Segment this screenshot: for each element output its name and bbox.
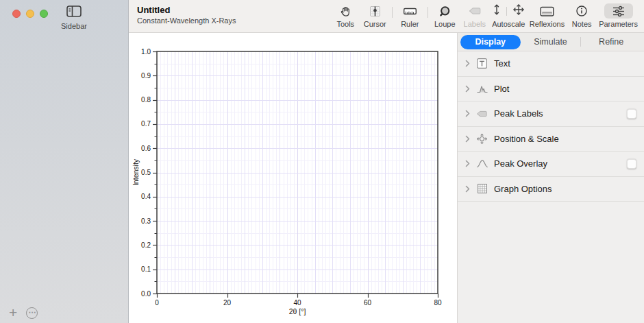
peak-overlay-checkbox[interactable] — [627, 159, 636, 169]
section-peak-labels[interactable]: Peak Labels — [458, 101, 644, 127]
section-label: Text — [494, 58, 510, 69]
close-window-button[interactable] — [12, 10, 21, 18]
chevron-right-icon[interactable] — [465, 135, 470, 143]
parameters-button[interactable]: Parameters — [599, 2, 638, 31]
toolbar-separator — [428, 7, 428, 18]
section-label: Position & Scale — [494, 134, 559, 144]
cursor-label: Cursor — [364, 20, 386, 28]
peak-overlay-icon — [475, 159, 489, 168]
loupe-label: Loupe — [434, 20, 456, 28]
minimize-window-button[interactable] — [26, 10, 34, 18]
svg-text:2θ [°]: 2θ [°] — [289, 307, 306, 315]
reflexions-button[interactable]: Reflexions — [530, 2, 565, 31]
tools-button[interactable]: Tools — [333, 2, 358, 31]
svg-text:0.0: 0.0 — [141, 290, 151, 298]
svg-text:0: 0 — [155, 299, 159, 307]
chevron-right-icon[interactable] — [465, 60, 470, 67]
diffraction-plot-area[interactable]: 0.00.10.20.30.40.50.60.70.80.91.00204060… — [129, 33, 457, 323]
more-options-button[interactable]: ⋯ — [26, 307, 38, 319]
section-plot[interactable]: Plot — [458, 77, 644, 102]
chevron-right-icon[interactable] — [465, 110, 470, 117]
svg-text:0.7: 0.7 — [141, 120, 151, 128]
reflexions-label: Reflexions — [530, 20, 565, 28]
svg-text:0.5: 0.5 — [141, 169, 151, 176]
cursor-grid-icon — [362, 3, 388, 19]
section-label: Peak Labels — [494, 108, 543, 119]
sidebar-icon — [66, 5, 82, 20]
tools-label: Tools — [336, 20, 354, 28]
svg-text:0.4: 0.4 — [141, 193, 151, 200]
add-button[interactable]: + — [9, 307, 17, 319]
notes-label: Notes — [572, 20, 592, 28]
label-tag-icon — [462, 3, 488, 19]
labels-label: Labels — [464, 20, 486, 28]
svg-text:60: 60 — [364, 299, 372, 307]
svg-text:40: 40 — [293, 299, 301, 307]
window-controls — [12, 10, 48, 18]
svg-text:0.8: 0.8 — [141, 96, 151, 104]
panel-tab-bar: Display Simulate Refine — [458, 33, 644, 51]
svg-text:0.6: 0.6 — [141, 145, 151, 152]
text-icon — [475, 58, 489, 69]
document-title: Untitled — [137, 5, 236, 15]
svg-text:20: 20 — [223, 299, 232, 307]
document-subtitle: Constant-Wavelength X-Rays — [137, 16, 236, 25]
plot-icon — [475, 84, 489, 93]
chevron-right-icon[interactable] — [465, 160, 470, 167]
section-position-scale[interactable]: Position & Scale — [458, 127, 644, 152]
svg-text:0.3: 0.3 — [141, 217, 151, 225]
notes-button[interactable]: Notes — [569, 2, 595, 31]
hand-tool-icon — [333, 3, 358, 19]
section-label: Graph Options — [494, 184, 552, 194]
parameters-panel: Display Simulate Refine Text — [457, 33, 644, 323]
loupe-button[interactable]: Loupe — [432, 2, 458, 31]
tab-refine[interactable]: Refine — [581, 35, 641, 49]
loupe-icon — [432, 3, 458, 19]
svg-text:0.9: 0.9 — [141, 72, 151, 80]
toolbar-mini-separator — [506, 7, 507, 16]
toolbar-actions: Tools Cursor — [333, 2, 638, 31]
autoscale-all-button[interactable] — [512, 3, 525, 19]
section-label: Peak Overlay — [494, 158, 547, 169]
ruler-button[interactable]: Ruler — [397, 2, 423, 31]
toolbar-separator — [392, 7, 393, 18]
document-title-block: Untitled Constant-Wavelength X-Rays — [137, 5, 236, 25]
info-circle-icon — [569, 3, 595, 19]
chevron-right-icon[interactable] — [465, 85, 470, 93]
position-scale-icon — [475, 133, 489, 145]
sidebar: Sidebar + ⋯ — [0, 0, 129, 323]
app-window: Sidebar + ⋯ Untitled Constant-Wavelength… — [0, 0, 644, 323]
section-label: Plot — [494, 84, 509, 94]
section-text[interactable]: Text — [458, 51, 644, 77]
autoscale-vertical-button[interactable] — [492, 3, 501, 19]
svg-text:0.2: 0.2 — [141, 241, 151, 249]
sidebar-footer: + ⋯ — [0, 302, 128, 323]
peak-labels-icon — [475, 110, 489, 118]
ruler-label: Ruler — [401, 20, 419, 28]
sliders-icon — [604, 3, 633, 19]
section-graph-options[interactable]: Graph Options — [458, 177, 644, 202]
svg-text:Intensity: Intensity — [132, 158, 140, 186]
diffraction-chart[interactable]: 0.00.10.20.30.40.50.60.70.80.91.00204060… — [129, 33, 457, 323]
reflexions-panel-icon — [533, 3, 561, 19]
tab-simulate[interactable]: Simulate — [521, 35, 581, 49]
peak-labels-checkbox[interactable] — [627, 109, 636, 119]
graph-options-icon — [475, 183, 489, 194]
zoom-window-button[interactable] — [40, 10, 48, 18]
labels-button[interactable]: Labels — [462, 2, 488, 31]
cursor-button[interactable]: Cursor — [362, 2, 388, 31]
svg-text:80: 80 — [434, 299, 442, 307]
panel-sections: Text Plot — [458, 51, 644, 202]
toolbar: Untitled Constant-Wavelength X-Rays Tool… — [129, 0, 644, 33]
parameters-label: Parameters — [599, 20, 638, 28]
chevron-right-icon[interactable] — [465, 185, 470, 193]
tab-display[interactable]: Display — [460, 35, 521, 49]
sidebar-toggle-label: Sidebar — [53, 22, 95, 30]
svg-text:1.0: 1.0 — [141, 48, 151, 56]
ruler-icon — [397, 3, 423, 19]
svg-text:0.1: 0.1 — [141, 265, 151, 273]
sidebar-toggle-button[interactable]: Sidebar — [53, 5, 95, 30]
section-peak-overlay[interactable]: Peak Overlay — [458, 152, 644, 177]
autoscale-group: Autoscale — [492, 2, 525, 31]
autoscale-label: Autoscale — [492, 20, 525, 28]
